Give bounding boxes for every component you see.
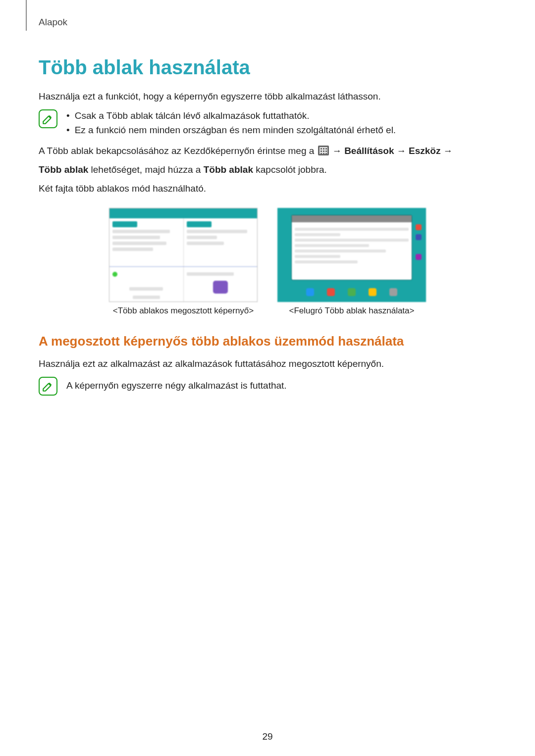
caption-popup: <Felugró Több ablak használata> (289, 306, 415, 316)
enable2-mid: lehetőséget, majd húzza a (91, 164, 204, 175)
page-content: Alapok Több ablak használata Használja e… (0, 0, 535, 396)
note1-item-2: Ez a funkció nem minden országban és nem… (66, 123, 496, 137)
sub-intro: Használja ezt az alkalmazást az alkalmaz… (39, 357, 496, 371)
enable-paragraph-line2: Több ablak lehetőséget, majd húzza a Töb… (39, 163, 496, 177)
enable2-bold-pre: Több ablak (39, 164, 88, 175)
note-block-1: Csak a Több ablak tálcán lévő alkalmazás… (39, 108, 496, 138)
enable-paragraph: A Több ablak bekapcsolásához az Kezdőkép… (39, 144, 496, 158)
figures-row: <Több ablakos megosztott képernyő> (39, 208, 496, 316)
intro-paragraph: Használja ezt a funkciót, hogy a képerny… (39, 90, 496, 103)
figure-split-screen: <Több ablakos megosztott képernyő> (109, 208, 258, 316)
page-title: Több ablak használata (39, 56, 496, 79)
note-list: Csak a Több ablak tálcán lévő alkalmazás… (66, 108, 496, 138)
note2-text: A képernyőn egyszerre négy alkalmazást i… (66, 376, 496, 393)
note1-item-1: Csak a Több ablak tálcán lévő alkalmazás… (66, 108, 496, 123)
enable-pre: A Több ablak bekapcsolásához az Kezdőkép… (39, 146, 317, 156)
arrow-3: → (443, 146, 453, 156)
two-modes-paragraph: Két fajta több ablakos mód használható. (39, 182, 496, 196)
header-left-rule (26, 0, 27, 31)
page-number: 29 (0, 731, 535, 742)
apps-grid-icon (318, 146, 329, 155)
figure-popup: <Felugró Több ablak használata> (277, 208, 426, 316)
pencil-note-icon (42, 380, 54, 393)
enable-bold-1: Beállítások (344, 146, 394, 156)
pencil-note-icon (42, 112, 54, 125)
note-block-2: A képernyőn egyszerre négy alkalmazást i… (39, 376, 496, 396)
caption-split: <Több ablakos megosztott képernyő> (113, 306, 254, 316)
subheading: A megosztott képernyős több ablakos üzem… (39, 334, 496, 349)
mock-screenshot-popup (277, 208, 426, 302)
note-icon (39, 109, 57, 128)
mock-screenshot-split (109, 208, 258, 302)
enable2-post: kapcsolót jobbra. (256, 164, 327, 175)
arrow-2: → (397, 146, 409, 156)
enable2-bold: Több ablak (204, 164, 253, 175)
note-icon (39, 377, 57, 396)
enable-bold-2: Eszköz (409, 146, 440, 156)
section-label: Alapok (39, 17, 496, 28)
arrow-1: → (332, 146, 344, 156)
